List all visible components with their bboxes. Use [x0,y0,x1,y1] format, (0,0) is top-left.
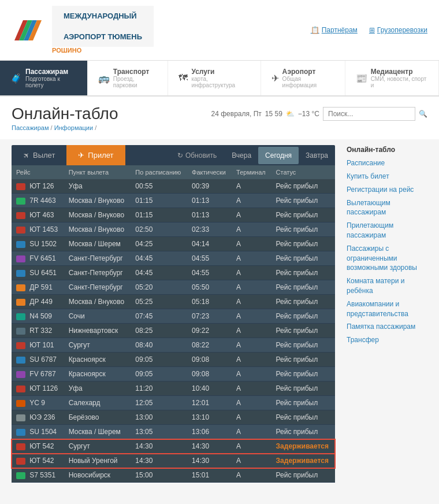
sidebar-link-7[interactable]: Комната матери и ребёнка [347,276,427,296]
breadcrumb-info[interactable]: Информации [54,124,94,131]
cell-scheduled: 00:55 [131,179,187,194]
table-row: FV 6451 Санкт-Петербург 04:45 04:55 А Ре… [12,251,335,266]
col-status: Статус [271,165,335,179]
yesterday-button[interactable]: Вчера [225,147,258,164]
cell-actual: 04:55 [187,266,232,280]
cell-origin: Москва / Внуково [64,295,131,309]
sidebar-link-1[interactable]: Расписание [347,158,427,168]
table-row: ЮТ 542 Сургут 14:30 14:30 А Задерживаетс… [12,439,335,454]
table-row: SU 6451 Санкт-Петербург 04:45 04:55 А Ре… [12,266,335,280]
cell-scheduled: 01:15 [131,208,187,223]
cell-origin: Санкт-Петербург [64,266,131,280]
nav-item-passengers[interactable]: 🧳 Пассажирам Подготовка к полету [0,61,88,95]
departure-tab[interactable]: ✈ Вылет [12,145,66,165]
cell-actual: 01:13 [187,208,232,223]
airline-icon [16,313,25,320]
airport-logo-icon [12,17,46,43]
cell-status: Рейс прибыл [271,338,335,353]
cell-status: Рейс прибыл [271,237,335,251]
search-icon[interactable]: 🔍 [419,110,427,118]
logo-text: МЕЖДУНАРОДНЫЙ АЭРОПОРТ ТЮМЕНЬ РОШИНО [52,6,154,54]
cell-origin: Москва / Шерем [64,425,131,439]
nav-item-services[interactable]: 🗺 Услуги карта, инфраструктура [168,61,261,95]
sidebar-link-4[interactable]: Вылетающим пассажирам [347,198,427,218]
cell-actual: 04:14 [187,237,232,251]
airline-icon [16,443,25,450]
page-meta: 24 февраля, Пт 15 59 ⛅ −13 °С 🔍 [211,107,427,121]
transport-icon: 🚌 [98,73,110,84]
col-scheduled: По расписанию [131,165,187,179]
cell-terminal: А [232,425,271,439]
sidebar-link-3[interactable]: Регистрации на рейс [347,185,427,195]
cell-flight: SU 6787 [12,353,64,367]
cell-terminal: А [232,208,271,223]
airline-icon [16,299,25,306]
airline-icon [16,241,25,248]
cell-origin: Москва / Внуково [64,223,131,237]
cell-flight: ЮТ 542 [12,439,64,454]
cell-terminal: А [232,324,271,338]
sidebar-link-9[interactable]: Памятка пассажирам [347,322,427,332]
airline-icon [16,386,25,392]
sidebar-link-6[interactable]: Пассажиры с ограниченными возможными здо… [347,244,427,273]
cell-flight: SU 6451 [12,266,64,280]
cell-terminal: А [232,194,271,208]
nav-label-services: Услуги [191,68,250,76]
cell-scheduled: 15:00 [131,468,187,483]
logo-area: МЕЖДУНАРОДНЫЙ АЭРОПОРТ ТЮМЕНЬ РОШИНО [12,6,154,54]
cell-flight: ДР 591 [12,280,64,295]
sidebar-link-2[interactable]: Купить билет [347,172,427,181]
search-input[interactable] [323,107,415,121]
nav-item-transport[interactable]: 🚌 Транспорт Проезд, парковки [88,61,169,95]
cell-actual: 08:22 [187,338,232,353]
flight-number: SU 6787 [29,355,57,364]
cargo-link[interactable]: ⊞ Грузоперевозки [369,26,427,34]
cell-flight: ЮТ 1453 [12,223,64,237]
flight-number: FV 6451 [29,254,55,262]
departure-tab-icon: ✈ [21,150,31,161]
partners-link[interactable]: 📋 Партнёрам [311,26,358,34]
airline-icon [16,328,25,335]
nav-item-media[interactable]: 📰 Медиацентр СМИ, новости, спорт и [345,61,439,95]
flight-number: SU 6451 [29,269,57,277]
cell-status: Рейс прибыл [271,251,335,266]
sidebar-link-5[interactable]: Прилетающим пассажирам [347,221,427,240]
breadcrumb-passengers[interactable]: Пассажирам [12,124,49,131]
table-row: SU 1504 Москва / Шерем 13:05 13:06 А Рей… [12,425,335,439]
cell-actual: 07:23 [187,309,232,324]
cell-terminal: А [232,381,271,396]
tomorrow-button[interactable]: Завтра [299,147,335,164]
cell-flight: ЮТ 126 [12,179,64,194]
cell-scheduled: 11:20 [131,381,187,396]
flight-number: ЮТ 1453 [29,225,58,234]
today-button[interactable]: Сегодня [258,147,299,164]
cell-origin: Москва / Внуково [64,194,131,208]
flight-number: ЮТ 542 [29,457,54,465]
cell-status: Рейс прибыл [271,208,335,223]
cell-origin: Сургут [64,439,131,454]
page-temp: −13 °С [298,110,319,118]
main-nav: 🧳 Пассажирам Подготовка к полету 🚌 Транс… [0,61,439,97]
arrival-tab[interactable]: ✈ Прилет [66,145,125,165]
cell-terminal: А [232,367,271,381]
media-icon: 📰 [356,73,367,84]
sidebar-link-10[interactable]: Трансфер [347,335,427,345]
cell-flight: ЮТ 101 [12,338,64,353]
refresh-button[interactable]: ↻ Обновить [169,146,225,165]
cell-terminal: А [232,410,271,425]
airline-icon [16,429,25,436]
refresh-label: Обновить [185,151,217,160]
cell-terminal: А [232,251,271,266]
cell-scheduled: 04:45 [131,266,187,280]
sidebar-link-8[interactable]: Авиакомпании и представительства [347,299,427,319]
nav-label-passengers: Пассажирам [25,68,77,76]
sidebar-link-0[interactable]: Онлайн-табло [347,145,427,155]
cell-flight: SU 1504 [12,425,64,439]
cell-status: Рейс прибыл [271,295,335,309]
cell-flight: SU 1502 [12,237,64,251]
nav-item-airport[interactable]: ✈ Аэропорт Общая информация [261,61,345,95]
cell-scheduled: 07:45 [131,309,187,324]
cell-actual: 09:08 [187,353,232,367]
cell-actual: 02:33 [187,223,232,237]
nav-sublabel-services: карта, инфраструктура [191,76,250,88]
